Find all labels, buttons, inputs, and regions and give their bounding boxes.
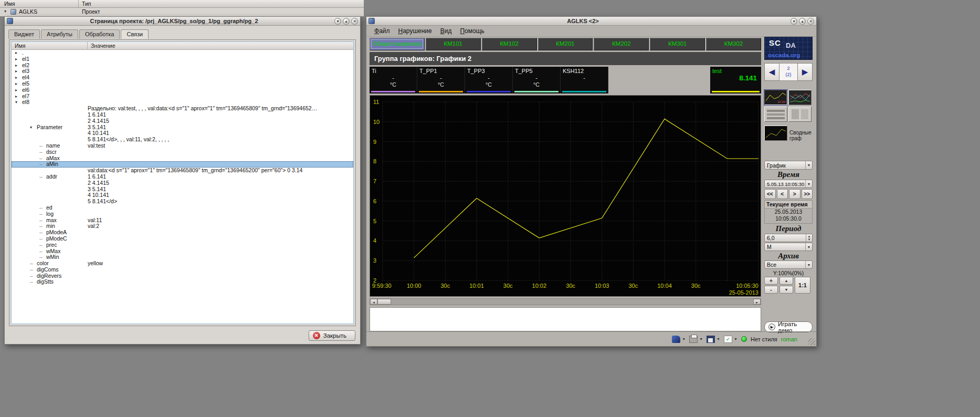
tree-row[interactable]: 3 5.141	[12, 186, 353, 193]
editor-tab-4[interactable]: Связи	[121, 29, 149, 39]
trend-thumb-5[interactable]	[764, 126, 787, 141]
tree-row[interactable]: –addr1 6.141	[12, 174, 353, 180]
close-button[interactable]: ✕	[807, 18, 814, 25]
tree-row[interactable]: ▸.	[12, 50, 353, 56]
print-icon[interactable]	[689, 336, 698, 343]
station-tab-6[interactable]: КМ301	[650, 38, 705, 50]
scale-1to1-button[interactable]: 1:1	[795, 277, 810, 294]
message-area[interactable]	[370, 307, 761, 331]
summary-graphs-label[interactable]: Сводные граф	[789, 130, 814, 141]
column-type[interactable]: Тип	[82, 1, 91, 7]
trend-chart[interactable]: 2345678910119:59:3010:0030с10:0130с10:02…	[370, 95, 761, 297]
menu-item-2[interactable]: Нарушение	[395, 26, 436, 36]
nav-forward-button[interactable]: >	[789, 189, 800, 199]
tree-row[interactable]: –wMin	[12, 254, 353, 260]
tree-row[interactable]: –log	[12, 211, 353, 217]
param-panel-Ti[interactable]: Ti-°C	[370, 67, 417, 93]
dropdown-caret-icon[interactable]: ▼	[699, 337, 703, 341]
collapse-icon[interactable]: ▾	[30, 124, 32, 131]
tree-row[interactable]: –ed	[12, 205, 353, 211]
trend-thumb-4[interactable]	[788, 107, 812, 122]
tree-row[interactable]: –prec	[12, 242, 353, 248]
header-value-column[interactable]: Значение	[91, 43, 115, 49]
expand-icon[interactable]: ▸	[15, 62, 17, 69]
prev-page-button[interactable]: ◀	[764, 63, 779, 81]
param-panel-T_PP3[interactable]: T_PP3-°C	[465, 67, 513, 93]
menu-item-1[interactable]: Файл	[371, 26, 394, 36]
tree-row[interactable]: –digComs	[12, 267, 353, 273]
tree-row[interactable]: ▸el5	[12, 81, 353, 87]
station-tab-4[interactable]: КМ201	[538, 38, 593, 50]
tree-row[interactable]: 1 6.141	[12, 112, 353, 118]
nav-back-button[interactable]: <	[777, 189, 788, 199]
style-brush-icon[interactable]	[672, 336, 680, 343]
tree-row[interactable]: 4 10.141	[12, 192, 353, 199]
zoom-in-button[interactable]: +	[764, 277, 778, 285]
dropdown-caret-icon[interactable]: ▼	[682, 337, 686, 341]
station-tab-2[interactable]: КМ101	[426, 38, 481, 50]
param-panel-test[interactable]: test8.141	[710, 67, 761, 93]
editor-tab-1[interactable]: Виджет	[8, 29, 40, 39]
station-tab-1[interactable]: Общестанционка	[370, 38, 425, 50]
nav-fast-back-button[interactable]: <<	[764, 189, 776, 199]
trend-thumb-1[interactable]: 10:30	[764, 90, 787, 105]
tree-row[interactable]: –digRevers	[12, 273, 353, 279]
trend-thumb-2[interactable]	[788, 90, 812, 105]
station-tab-5[interactable]: КМ202	[594, 38, 649, 50]
period-unit-select[interactable]: М ▼	[764, 243, 813, 251]
tree-row[interactable]: 2 4.1415	[12, 118, 353, 124]
menu-item-3[interactable]: Вид	[437, 26, 456, 36]
chart-horizontal-scrollbar[interactable]: ◂ ▸	[370, 298, 761, 305]
maximize-button[interactable]: ▴	[799, 18, 806, 25]
minimize-button[interactable]: ▾	[334, 18, 341, 25]
expand-icon[interactable]: ▾	[4, 9, 6, 14]
dropdown-caret-icon[interactable]: ▼	[716, 337, 720, 341]
minimize-button[interactable]: ▾	[791, 18, 797, 25]
collapse-icon[interactable]: ▾	[15, 99, 17, 106]
expand-icon[interactable]: ▸	[15, 87, 17, 93]
tree-row[interactable]: –wMax	[12, 248, 353, 255]
tree-row[interactable]: Раздельно: val:test, , , , val:data:<d s…	[12, 106, 353, 112]
scroll-right-icon[interactable]: ▸	[753, 299, 761, 305]
tree-row[interactable]: –digStts	[12, 279, 353, 285]
param-panel-T_PP1[interactable]: T_PP1-°C	[417, 67, 465, 93]
tree-row[interactable]: –dscr	[12, 149, 353, 155]
column-name[interactable]: Имя	[4, 1, 15, 7]
tree-row[interactable]: ▸el6	[12, 87, 353, 93]
scrollbar-track[interactable]	[391, 299, 753, 305]
editor-tab-2[interactable]: Атрибуты	[41, 29, 78, 39]
param-panel-KSH112[interactable]: KSH112-	[561, 67, 608, 93]
play-demo-button[interactable]: ▶ Играть демо	[764, 321, 813, 332]
spin-down-icon[interactable]: ▼	[806, 238, 812, 241]
expand-icon[interactable]: ▸	[15, 68, 17, 75]
header-name-column[interactable]: Имя	[15, 43, 25, 49]
user-name[interactable]: roman	[781, 336, 797, 342]
tree-row[interactable]: ▸el1	[12, 56, 353, 62]
close-dialog-button[interactable]: ✕ Закрыть	[309, 330, 355, 341]
next-page-button[interactable]: ▶	[797, 63, 813, 81]
expand-icon[interactable]: ▸	[15, 50, 17, 56]
dropdown-caret-icon[interactable]: ▼	[734, 337, 737, 341]
tree-row[interactable]: 5 8.141</d>	[12, 199, 353, 205]
tree-row[interactable]: –maxval:11	[12, 217, 353, 224]
save-icon[interactable]	[707, 336, 715, 343]
runtime-titlebar[interactable]: AGLKS <2> ▾ ▴ ✕	[366, 17, 816, 26]
editor-tab-3[interactable]: Обработка	[79, 29, 120, 39]
resize-grip[interactable]	[808, 338, 815, 345]
document-check-icon[interactable]: ✓	[724, 336, 732, 343]
tree-row[interactable]: ▸el3	[12, 68, 353, 75]
tree-row[interactable]: –coloryellow	[12, 260, 353, 267]
expand-icon[interactable]: ▸	[15, 75, 17, 81]
menu-item-4[interactable]: Помощь	[456, 26, 488, 36]
time-select[interactable]: 5.05.13 10:05:30 ▼	[764, 180, 813, 188]
maximize-button[interactable]: ▴	[343, 18, 350, 25]
station-tab-7[interactable]: КМ302	[706, 38, 761, 50]
nav-fast-forward-button[interactable]: >>	[802, 189, 813, 199]
archive-select[interactable]: Все ▼	[764, 260, 813, 269]
tree-row[interactable]: –nameval:test	[12, 143, 353, 149]
tree-row[interactable]: 5 8.141</d>, , , val:11, val:2, , , , ,	[12, 137, 353, 143]
zoom-out-button[interactable]: -	[764, 286, 778, 294]
shift-down-button[interactable]: ▼	[779, 286, 793, 294]
trend-thumb-3[interactable]	[764, 107, 787, 122]
view-mode-select[interactable]: График ▼	[764, 161, 813, 170]
